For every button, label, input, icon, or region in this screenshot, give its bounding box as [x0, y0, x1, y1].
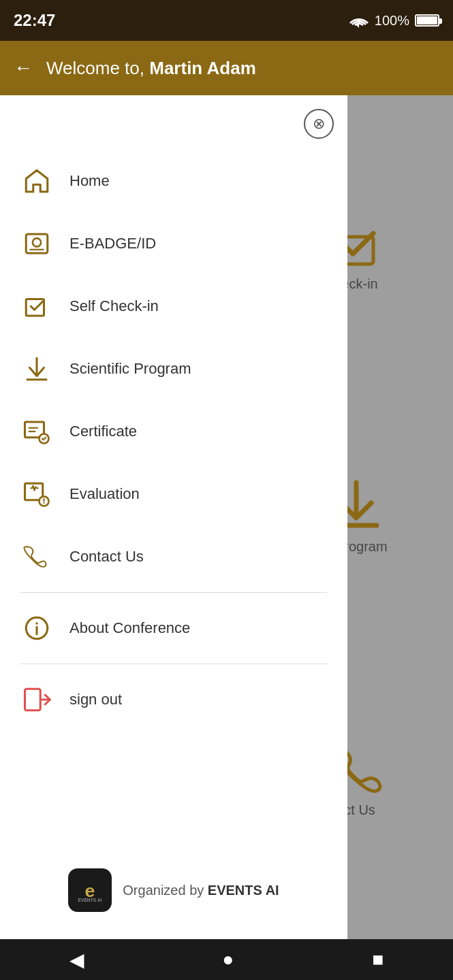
menu-item-checkin[interactable]: Self Check-in: [20, 275, 327, 338]
menu-item-contact[interactable]: Contact Us: [20, 525, 327, 588]
status-bar: 22:47 100%: [0, 0, 453, 41]
org-text: Organized by EVENTS AI: [123, 883, 279, 898]
svg-point-19: [35, 622, 38, 625]
wifi-icon: [349, 13, 369, 28]
menu-label-contact: Contact Us: [69, 548, 144, 566]
home-icon: [20, 165, 53, 197]
menu-label-home: Home: [69, 172, 110, 190]
signout-icon: [20, 683, 53, 716]
info-icon: [20, 612, 53, 644]
menu-label-ebadge: E-BADGE/ID: [69, 235, 156, 252]
menu-item-evaluation[interactable]: Evaluation: [20, 463, 327, 525]
divider-2: [20, 664, 327, 664]
svg-point-4: [33, 238, 41, 246]
scientific-program-icon: [20, 353, 53, 385]
navigation-bar: ◀ ● ■: [0, 939, 453, 980]
menu-item-scientific[interactable]: Scientific Program: [20, 338, 327, 400]
badge-icon: [20, 227, 53, 260]
main-area: heck-in c Program act Us ⊗: [0, 95, 453, 939]
menu-label-certificate: Certificate: [69, 423, 137, 440]
menu-item-ebadge[interactable]: E-BADGE/ID: [20, 212, 327, 275]
nav-recents-button[interactable]: ■: [373, 949, 384, 970]
menu-label-about: About Conference: [69, 619, 190, 637]
battery-percent: 100%: [375, 13, 409, 29]
svg-text:EVENTS AI: EVENTS AI: [78, 898, 102, 902]
svg-rect-20: [25, 689, 41, 710]
menu-label-checkin: Self Check-in: [69, 297, 159, 315]
menu-item-about[interactable]: About Conference: [20, 597, 327, 659]
svg-point-16: [43, 502, 44, 504]
status-icons: 100%: [349, 13, 439, 29]
back-button[interactable]: ←: [14, 57, 33, 79]
org-logo: e EVENTS AI: [68, 868, 112, 912]
drawer-footer: e EVENTS AI Organized by EVENTS AI: [0, 848, 347, 926]
battery-icon: [415, 14, 439, 27]
divider-1: [20, 592, 327, 593]
status-time: 22:47: [14, 11, 55, 30]
checkin-icon: [20, 290, 53, 323]
menu-label-evaluation: Evaluation: [69, 485, 140, 503]
phone-icon: [20, 540, 53, 573]
menu-item-certificate[interactable]: Certificate: [20, 400, 327, 463]
nav-back-button[interactable]: ◀: [69, 949, 84, 971]
evaluation-icon: [20, 478, 53, 510]
app-header: ← Welcome to, Martin Adam: [0, 41, 453, 95]
menu-item-home[interactable]: Home: [20, 150, 327, 212]
menu-list: Home E-BADGE/ID: [0, 150, 347, 848]
menu-label-scientific: Scientific Program: [69, 360, 191, 378]
close-drawer-button[interactable]: ⊗: [304, 109, 334, 139]
nav-home-button[interactable]: ●: [223, 949, 234, 970]
menu-item-signout[interactable]: sign out: [20, 668, 327, 731]
certificate-icon: [20, 415, 53, 448]
menu-label-signout: sign out: [69, 691, 122, 708]
navigation-drawer: ⊗ Home E-: [0, 95, 347, 939]
header-title: Welcome to, Martin Adam: [46, 58, 256, 79]
